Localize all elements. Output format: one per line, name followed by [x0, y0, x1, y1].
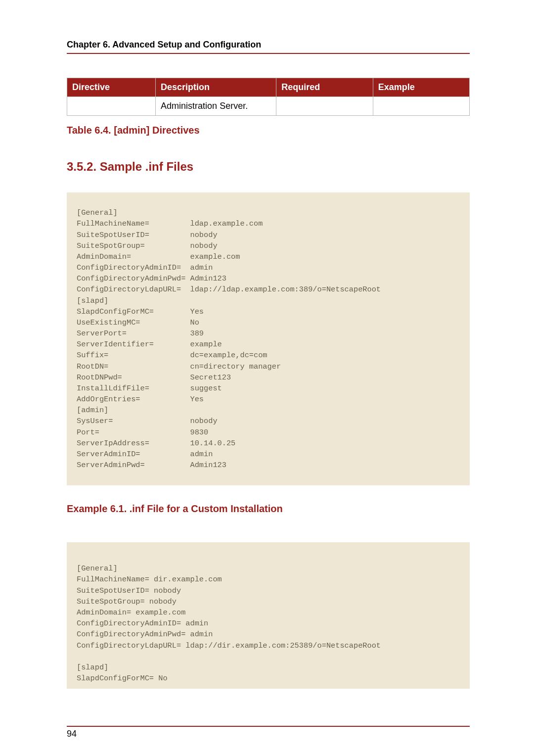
td-example	[373, 97, 469, 116]
table-header-row: Directive Description Required Example	[67, 78, 470, 97]
table-row: Administration Server.	[67, 97, 470, 116]
code-block-2: [General] FullMachineName= dir.example.c…	[67, 542, 470, 689]
th-example: Example	[373, 78, 469, 97]
td-directive	[67, 97, 156, 116]
code-block-1: [General] FullMachineName= ldap.example.…	[67, 192, 470, 485]
page-footer: 94	[67, 726, 470, 739]
th-description: Description	[156, 78, 276, 97]
th-directive: Directive	[67, 78, 156, 97]
directives-table: Directive Description Required Example A…	[67, 78, 470, 116]
chapter-header: Chapter 6. Advanced Setup and Configurat…	[67, 40, 470, 54]
td-required	[276, 97, 373, 116]
td-description: Administration Server.	[156, 97, 276, 116]
section-heading: 3.5.2. Sample .inf Files	[67, 160, 470, 174]
table-caption: Table 6.4. [admin] Directives	[67, 125, 470, 136]
page-number: 94	[67, 729, 77, 739]
th-required: Required	[276, 78, 373, 97]
example-caption: Example 6.1. .inf File for a Custom Inst…	[67, 503, 470, 515]
